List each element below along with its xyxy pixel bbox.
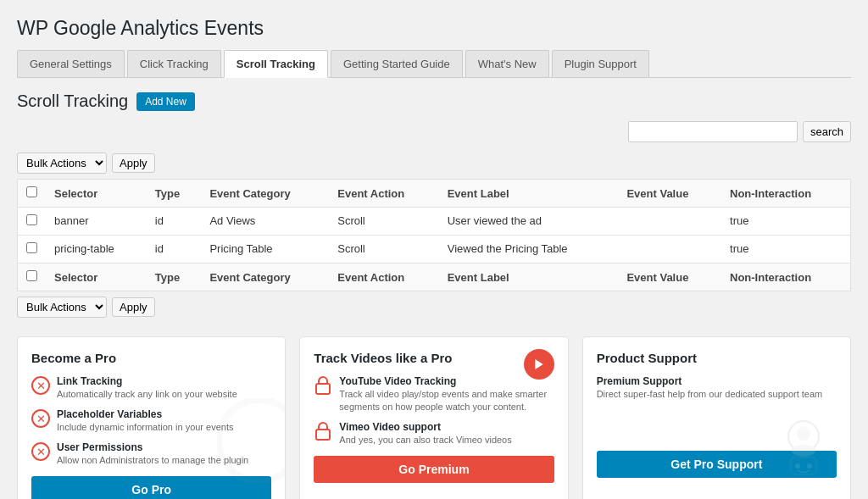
link-tracking-x-icon: ✕: [31, 376, 50, 395]
row1-event-value: [618, 208, 721, 236]
row2-type: id: [147, 236, 202, 263]
row1-non-interaction: true: [721, 208, 850, 236]
add-new-button[interactable]: Add New: [136, 92, 195, 111]
table-row: pricing-table id Pricing Table Scroll Vi…: [18, 236, 851, 263]
youtube-feature-name: YouTube Video Tracking: [339, 375, 554, 387]
apply-button-top[interactable]: Apply: [112, 153, 155, 173]
footer-header-event-value: Event Value: [618, 263, 721, 291]
header-type: Type: [147, 180, 202, 208]
svg-point-0: [219, 400, 286, 481]
placeholder-vars-desc: Include dynamic information in your even…: [57, 422, 234, 432]
header-selector: Selector: [46, 180, 147, 208]
video-play-icon: [524, 349, 554, 380]
promo-section: Become a Pro ✕ Link Tracking Automatical…: [17, 336, 851, 499]
header-event-category: Event Category: [201, 180, 329, 208]
track-videos-card: Track Videos like a Pro YouTube Video Tr…: [299, 336, 568, 499]
support-illustration: [765, 415, 842, 483]
tab-whats-new[interactable]: What's New: [465, 50, 549, 77]
row2-event-category: Pricing Table: [201, 236, 329, 263]
footer-header-non-interaction: Non-Interaction: [721, 263, 850, 291]
placeholder-vars-name: Placeholder Variables: [57, 408, 234, 420]
header-event-label: Event Label: [439, 180, 619, 208]
footer-header-selector: Selector: [46, 263, 147, 291]
row1-event-action: Scroll: [329, 208, 438, 236]
tab-click-tracking[interactable]: Click Tracking: [127, 50, 221, 77]
premium-support-desc: Direct super-fast help from our dedicate…: [597, 389, 823, 399]
header-event-value: Event Value: [618, 180, 721, 208]
link-tracking-name: Link Tracking: [57, 375, 237, 387]
row1-event-category: Ad Views: [201, 208, 329, 236]
svg-point-9: [807, 463, 812, 469]
row2-checkbox-col: [18, 236, 47, 263]
section-title: Scroll Tracking: [17, 91, 128, 111]
become-pro-title: Become a Pro: [31, 351, 271, 365]
tab-plugin-support[interactable]: Plugin Support: [552, 50, 649, 77]
svg-point-6: [792, 445, 815, 457]
footer-header-event-action: Event Action: [329, 263, 438, 291]
apply-button-bottom[interactable]: Apply: [112, 297, 155, 317]
section-header: Scroll Tracking Add New: [17, 91, 851, 111]
feature-youtube: YouTube Video Tracking Track all video p…: [314, 375, 554, 413]
track-videos-title: Track Videos like a Pro: [314, 351, 554, 365]
scroll-tracking-table: Selector Type Event Category Event Actio…: [17, 179, 851, 291]
table-row: banner id Ad Views Scroll User viewed th…: [18, 208, 851, 236]
row1-checkbox[interactable]: [26, 214, 37, 225]
row2-selector: pricing-table: [46, 236, 147, 263]
table-header-row: Selector Type Event Category Event Actio…: [18, 180, 851, 208]
header-event-action: Event Action: [329, 180, 438, 208]
row2-non-interaction: true: [721, 236, 850, 263]
header-checkbox-col: [18, 180, 47, 208]
footer-header-type: Type: [147, 263, 202, 291]
link-tracking-desc: Automatically track any link on your web…: [57, 389, 237, 399]
bulk-actions-bottom: Bulk Actions Apply: [17, 291, 851, 323]
youtube-feature-desc: Track all video play/stop events and mak…: [339, 389, 547, 412]
bulk-actions-select-bottom[interactable]: Bulk Actions: [17, 297, 107, 318]
tab-getting-started[interactable]: Getting Started Guide: [331, 50, 463, 77]
svg-point-5: [797, 427, 810, 441]
footer-select-all-checkbox[interactable]: [26, 270, 37, 281]
page-title: WP Google Analytics Events: [17, 17, 851, 40]
nav-tabs: General Settings Click Tracking Scroll T…: [17, 50, 851, 78]
header-non-interaction: Non-Interaction: [721, 180, 850, 208]
svg-point-8: [795, 463, 800, 469]
user-permissions-x-icon: ✕: [31, 442, 50, 461]
vimeo-lock-icon: [314, 422, 332, 441]
play-svg: [532, 358, 546, 371]
table-footer-header-row: Selector Type Event Category Event Actio…: [18, 263, 851, 291]
row1-event-label: User viewed the ad: [439, 208, 619, 236]
svg-rect-3: [316, 430, 330, 440]
feature-link-tracking: ✕ Link Tracking Automatically track any …: [31, 375, 271, 400]
svg-rect-2: [316, 384, 330, 394]
vimeo-feature-desc: And yes, you can also track Vimeo videos: [339, 435, 511, 445]
premium-support-name: Premium Support: [597, 375, 837, 387]
feature-vimeo: Vimeo Video support And yes, you can als…: [314, 421, 554, 446]
footer-header-checkbox-col: [18, 263, 47, 291]
row2-event-value: [618, 236, 721, 263]
row1-selector: banner: [46, 208, 147, 236]
search-button[interactable]: search: [803, 121, 851, 142]
select-all-checkbox[interactable]: [26, 186, 37, 197]
row1-checkbox-col: [18, 208, 47, 236]
tab-scroll-tracking[interactable]: Scroll Tracking: [224, 50, 328, 78]
search-row: search: [17, 121, 851, 142]
svg-marker-1: [535, 359, 542, 369]
row2-event-action: Scroll: [329, 236, 438, 263]
product-support-card: Product Support Premium Support Direct s…: [582, 336, 851, 499]
placeholder-vars-x-icon: ✕: [31, 409, 50, 428]
product-support-title: Product Support: [597, 351, 837, 365]
search-input[interactable]: [628, 121, 798, 142]
row2-checkbox[interactable]: [26, 242, 37, 253]
tab-general-settings[interactable]: General Settings: [17, 50, 125, 77]
go-premium-button[interactable]: Go Premium: [314, 456, 554, 483]
card-bg-decoration: [217, 398, 286, 483]
feature-premium-support: Premium Support Direct super-fast help f…: [597, 375, 837, 400]
bulk-actions-top: Bulk Actions Apply: [17, 147, 851, 179]
youtube-lock-icon: [314, 376, 332, 395]
vimeo-feature-name: Vimeo Video support: [339, 421, 511, 433]
row1-type: id: [147, 208, 202, 236]
become-pro-card: Become a Pro ✕ Link Tracking Automatical…: [17, 336, 286, 499]
row2-event-label: Viewed the Pricing Table: [439, 236, 619, 263]
footer-header-event-category: Event Category: [201, 263, 329, 291]
bulk-actions-select-top[interactable]: Bulk Actions: [17, 152, 107, 174]
footer-header-event-label: Event Label: [439, 263, 619, 291]
